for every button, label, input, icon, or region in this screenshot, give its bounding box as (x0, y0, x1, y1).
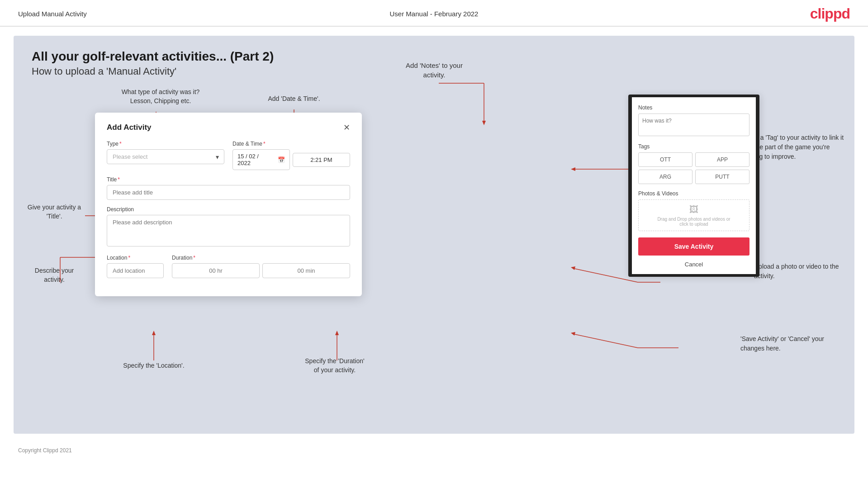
svg-marker-17 (335, 331, 339, 335)
type-select[interactable]: Please select (107, 149, 224, 164)
svg-marker-29 (571, 332, 575, 336)
title-input[interactable] (107, 185, 350, 200)
location-group: Location* (107, 255, 164, 278)
top-bar: Upload Manual Activity User Manual - Feb… (0, 0, 868, 27)
annotation-save: 'Save Activity' or 'Cancel' your changes… (740, 334, 844, 353)
annotation-tag: Add a 'Tag' to your activity to link it … (747, 133, 844, 161)
date-time-row: 15 / 02 / 2022 📅 2:21 PM (232, 149, 350, 170)
duration-min-input[interactable] (262, 263, 350, 278)
tags-grid: OTT APP ARG PUTT (638, 152, 749, 184)
duration-inputs (172, 263, 350, 278)
photos-label: Photos & Videos (638, 190, 749, 197)
location-duration-row: Location* Duration* (107, 255, 350, 278)
tags-label: Tags (638, 143, 749, 150)
time-input[interactable]: 2:21 PM (293, 153, 350, 167)
location-input[interactable] (107, 263, 164, 278)
description-label: Description (107, 206, 350, 213)
datetime-label: Date & Time* (232, 141, 350, 147)
dialog-title: Add Activity (107, 123, 152, 132)
add-activity-dialog: Add Activity ✕ Type* Please select Date … (95, 113, 362, 296)
document-title: User Manual - February 2022 (390, 10, 479, 18)
footer: Copyright Clippd 2021 (0, 443, 868, 458)
logo: clippd (810, 5, 850, 22)
type-select-wrapper: Please select (107, 149, 224, 164)
close-button[interactable]: ✕ (343, 123, 350, 133)
page-section-label: Upload Manual Activity (18, 10, 87, 18)
duration-label: Duration* (172, 255, 350, 261)
annotation-date: Add 'Date & Time'. (258, 95, 330, 104)
svg-marker-20 (482, 121, 486, 125)
tag-putt[interactable]: PUTT (695, 170, 749, 184)
svg-marker-26 (571, 266, 575, 270)
type-datetime-row: Type* Please select Date & Time* 15 / 02… (107, 141, 350, 170)
tag-app[interactable]: APP (695, 152, 749, 167)
cancel-link[interactable]: Cancel (638, 259, 749, 270)
annotation-notes: Add 'Notes' to your activity. (389, 61, 479, 80)
notes-input[interactable] (638, 114, 749, 136)
annotation-upload: Upload a photo or video to the activity. (754, 262, 844, 281)
phone-inner: Notes Tags OTT APP ARG PUTT Photos & Vid… (632, 97, 756, 274)
annotation-location: Specify the 'Location'. (100, 361, 208, 370)
main-content: All your golf-relevant activities... (Pa… (14, 36, 854, 434)
location-label: Location* (107, 255, 164, 261)
description-group: Description (107, 206, 350, 248)
date-input[interactable]: 15 / 02 / 2022 📅 (232, 149, 290, 170)
phone-panel: Notes Tags OTT APP ARG PUTT Photos & Vid… (628, 95, 759, 277)
svg-line-28 (574, 334, 638, 348)
duration-hr-input[interactable] (172, 263, 260, 278)
notes-label: Notes (638, 104, 749, 111)
datetime-group: Date & Time* 15 / 02 / 2022 📅 2:21 PM (232, 141, 350, 170)
svg-marker-23 (571, 167, 575, 171)
title-group: Title* (107, 176, 350, 200)
annotation-duration: Specify the 'Duration' of your activity. (280, 357, 389, 374)
annotation-type: What type of activity was it? Lesson, Ch… (102, 88, 219, 105)
duration-group: Duration* (172, 255, 350, 278)
tag-arg[interactable]: ARG (638, 170, 693, 184)
photo-drop-text: Drag and Drop photos and videos or click… (657, 217, 730, 227)
annotation-title: Give your activity a 'Title'. (23, 203, 86, 221)
photo-drop-zone[interactable]: 🖼 Drag and Drop photos and videos or cli… (638, 199, 749, 231)
svg-marker-14 (152, 331, 156, 335)
photo-icon: 🖼 (689, 204, 698, 215)
type-group: Type* Please select (107, 141, 224, 170)
save-activity-button[interactable]: Save Activity (638, 237, 749, 256)
copyright: Copyright Clippd 2021 (18, 447, 72, 454)
tag-ott[interactable]: OTT (638, 152, 693, 167)
title-label: Title* (107, 176, 350, 183)
dialog-header: Add Activity ✕ (107, 123, 350, 133)
type-label: Type* (107, 141, 224, 147)
annotation-desc: Describe your activity. (23, 266, 86, 284)
description-input[interactable] (107, 215, 350, 246)
